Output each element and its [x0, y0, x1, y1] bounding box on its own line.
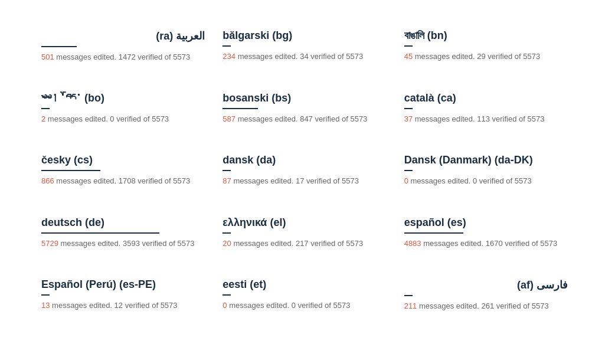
language-title-fa: فارسی (fa)	[404, 278, 568, 291]
language-title-bs: bosanski (bs)	[223, 92, 386, 104]
language-underline-bn	[404, 45, 413, 47]
language-stats-ca: 37 messages edited. 113 verified of 5573	[404, 114, 568, 124]
language-card-bg[interactable]: bălgarski (bg)234 messages edited. 34 ve…	[217, 18, 398, 80]
language-underline-da	[223, 170, 231, 171]
language-stats-bo: 2 messages edited. 0 verified of 5573	[41, 114, 205, 124]
language-grid: العربية (ar)501 messages edited. 1472 ve…	[35, 18, 580, 329]
language-card-bn[interactable]: বাঙালি (bn)45 messages edited. 29 verifi…	[398, 18, 580, 80]
language-stats-bn: 45 messages edited. 29 verified of 5573	[404, 51, 568, 62]
language-stats-et: 0 messages edited. 0 verified of 5573	[223, 300, 386, 311]
language-stats-da-DK: 0 messages edited. 0 verified of 5573	[404, 176, 568, 186]
language-card-da[interactable]: dansk (da)87 messages edited. 17 verifie…	[217, 142, 398, 204]
language-title-ca: català (ca)	[404, 92, 568, 104]
language-card-de[interactable]: deutsch (de)5729 messages edited. 3593 v…	[35, 205, 217, 267]
language-card-el[interactable]: ελληνικά (el)20 messages edited. 217 ver…	[217, 205, 398, 267]
language-underline-de	[41, 232, 159, 234]
language-stats-es: 4883 messages edited. 1670 verified of 5…	[404, 238, 568, 249]
language-card-bs[interactable]: bosanski (bs)587 messages edited. 847 ve…	[217, 80, 398, 142]
language-underline-et	[223, 294, 231, 296]
language-underline-ca	[404, 108, 413, 109]
language-stats-es-PE: 13 messages edited. 12 verified of 5573	[41, 300, 205, 311]
language-card-es-PE[interactable]: Español (Perú) (es-PE)13 messages edited…	[35, 267, 217, 329]
language-underline-es	[404, 232, 463, 234]
language-title-es: español (es)	[404, 217, 568, 229]
language-card-cs[interactable]: česky (cs)866 messages edited. 1708 veri…	[35, 142, 217, 204]
language-underline-bs	[223, 108, 258, 109]
language-stats-bs: 587 messages edited. 847 verified of 557…	[223, 114, 386, 124]
language-underline-bo	[41, 108, 50, 109]
language-underline-cs	[41, 170, 100, 171]
language-underline-el	[223, 232, 231, 234]
language-stats-de: 5729 messages edited. 3593 verified of 5…	[41, 238, 205, 249]
language-stats-el: 20 messages edited. 217 verified of 5573	[223, 238, 386, 249]
language-title-bn: বাঙালি (bn)	[404, 29, 568, 42]
language-underline-es-PE	[41, 294, 50, 296]
language-title-bg: bălgarski (bg)	[223, 29, 386, 42]
language-stats-bg: 234 messages edited. 34 verified of 5573	[223, 51, 386, 62]
language-underline-fa	[404, 295, 413, 296]
language-card-da-DK[interactable]: Dansk (Danmark) (da-DK)0 messages edited…	[398, 142, 580, 204]
language-card-ca[interactable]: català (ca)37 messages edited. 113 verif…	[398, 80, 580, 142]
language-underline-bg	[223, 45, 231, 47]
language-title-da: dansk (da)	[223, 154, 386, 166]
language-title-et: eesti (et)	[223, 278, 386, 291]
language-card-bo[interactable]: ༄༅། ་བོད་ (bo)2 messages edited. 0 verif…	[35, 80, 217, 142]
language-title-el: ελληνικά (el)	[223, 217, 386, 229]
language-card-fa[interactable]: فارسی (fa)211 messages edited. 261 verif…	[398, 267, 580, 329]
language-title-da-DK: Dansk (Danmark) (da-DK)	[404, 154, 568, 166]
language-stats-fa: 211 messages edited. 261 verified of 557…	[404, 301, 568, 311]
language-stats-da: 87 messages edited. 17 verified of 5573	[223, 176, 386, 186]
language-title-es-PE: Español (Perú) (es-PE)	[41, 278, 205, 291]
language-title-bo: ༄༅། ་བོད་ (bo)	[41, 92, 205, 104]
language-title-ar: العربية (ar)	[41, 29, 205, 42]
language-stats-cs: 866 messages edited. 1708 verified of 55…	[41, 176, 205, 186]
language-title-de: deutsch (de)	[41, 217, 205, 229]
language-stats-ar: 501 messages edited. 1472 verified of 55…	[41, 52, 205, 63]
language-underline-da-DK	[404, 170, 413, 171]
language-title-cs: česky (cs)	[41, 154, 205, 166]
language-card-et[interactable]: eesti (et)0 messages edited. 0 verified …	[217, 267, 398, 329]
language-card-es[interactable]: español (es)4883 messages edited. 1670 v…	[398, 205, 580, 267]
language-card-ar[interactable]: العربية (ar)501 messages edited. 1472 ve…	[35, 18, 217, 80]
language-underline-ar	[41, 46, 77, 47]
